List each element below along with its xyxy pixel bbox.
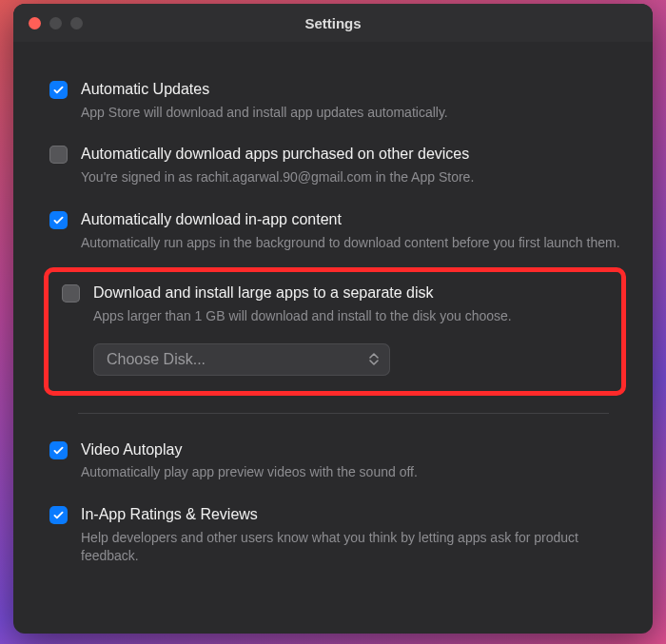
setting-label: Automatically download apps purchased on…: [81, 145, 628, 165]
settings-window: Settings Automatic Updates App Store wil…: [13, 4, 653, 634]
setting-video-autoplay: Video Autoplay Automatically play app pr…: [30, 431, 636, 496]
window-title: Settings: [13, 15, 653, 31]
setting-large-apps-disk: Download and install large apps to a sep…: [52, 278, 617, 333]
setting-ratings-reviews: In-App Ratings & Reviews Help developers…: [30, 496, 636, 579]
setting-description: You're signed in as rachit.agarwal.90@gm…: [81, 168, 628, 187]
zoom-window-button[interactable]: [70, 17, 83, 29]
setting-label: Download and install large apps to a sep…: [93, 283, 610, 303]
checkbox-video-autoplay[interactable]: [49, 441, 68, 459]
setting-label: Automatically download in-app content: [81, 210, 628, 230]
checkbox-auto-download-inapp[interactable]: [49, 211, 68, 229]
select-placeholder: Choose Disk...: [107, 351, 206, 368]
window-controls: [13, 17, 83, 29]
checkmark-icon: [52, 509, 65, 521]
setting-auto-download-inapp: Automatically download in-app content Au…: [30, 201, 636, 265]
checkbox-automatic-updates[interactable]: [49, 81, 68, 99]
setting-description: Automatically run apps in the background…: [81, 234, 628, 253]
setting-auto-download-purchased: Automatically download apps purchased on…: [30, 135, 636, 200]
choose-disk-select[interactable]: Choose Disk...: [93, 343, 390, 376]
checkbox-large-apps-disk[interactable]: [62, 284, 80, 302]
setting-description: Automatically play app preview videos wi…: [81, 463, 628, 482]
minimize-window-button[interactable]: [49, 17, 62, 29]
setting-automatic-updates: Automatic Updates App Store will downloa…: [30, 70, 636, 135]
setting-label: In-App Ratings & Reviews: [81, 505, 628, 525]
divider: [78, 413, 609, 414]
highlight-annotation: Download and install large apps to a sep…: [44, 267, 626, 395]
chevron-updown-icon: [367, 350, 381, 369]
close-window-button[interactable]: [29, 17, 41, 29]
checkmark-icon: [52, 84, 65, 96]
setting-description: Help developers and other users know wha…: [81, 529, 628, 566]
checkmark-icon: [52, 214, 65, 226]
titlebar: Settings: [13, 4, 653, 42]
setting-description: App Store will download and install app …: [81, 104, 628, 123]
checkbox-auto-download-purchased[interactable]: [49, 146, 68, 164]
setting-label: Video Autoplay: [81, 440, 628, 460]
settings-body: Automatic Updates App Store will downloa…: [13, 42, 653, 598]
setting-label: Automatic Updates: [81, 80, 628, 100]
checkmark-icon: [52, 444, 65, 457]
setting-description: Apps larger than 1 GB will download and …: [93, 307, 610, 326]
checkbox-ratings-reviews[interactable]: [49, 506, 68, 524]
